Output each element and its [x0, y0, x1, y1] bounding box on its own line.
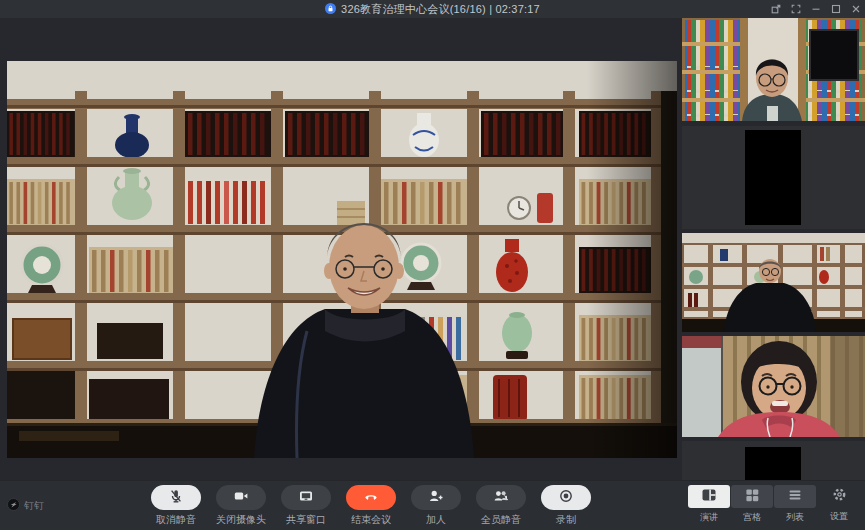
gear-icon — [832, 487, 847, 506]
unmute-button[interactable]: 取消静音 — [144, 485, 208, 527]
camera-off-black-screen — [745, 130, 801, 225]
speaker-view-icon — [701, 487, 717, 507]
grid-view-button[interactable]: 宫格 — [731, 485, 773, 524]
meeting-title: 326教育治理中心会议(16/16) | 02:37:17 — [341, 2, 540, 17]
add-person-icon — [428, 488, 444, 508]
add-person-label: 加人 — [426, 513, 446, 527]
camera-icon — [233, 488, 249, 508]
dingtalk-brand: 钉钉 — [7, 497, 44, 515]
main-speaker-video — [7, 61, 677, 458]
share-window-button[interactable]: 共享窗口 — [274, 485, 338, 527]
grid-view-icon — [744, 487, 760, 507]
titlebar: 326教育治理中心会议(16/16) | 02:37:17 — [0, 0, 865, 18]
share-window-icon — [298, 488, 314, 508]
hangup-icon — [363, 488, 379, 508]
speaker-view-label: 演讲 — [700, 511, 718, 524]
mute-all-icon — [493, 488, 509, 508]
list-view-button[interactable]: 列表 — [774, 485, 816, 524]
title-group: 326教育治理中心会议(16/16) | 02:37:17 — [325, 0, 540, 18]
bottom-toolbar: 钉钉 取消静音 — [0, 480, 865, 530]
fullscreen-icon[interactable] — [790, 4, 801, 15]
participants-sidebar — [682, 18, 865, 480]
list-view-label: 列表 — [786, 511, 804, 524]
camera-off-black-screen — [745, 447, 801, 480]
participant-video-tile-2[interactable] — [682, 126, 865, 229]
unmute-label: 取消静音 — [156, 513, 196, 527]
mute-all-label: 全员静音 — [481, 513, 521, 527]
participant-video-tile-1[interactable] — [682, 18, 865, 121]
share-window-label: 共享窗口 — [286, 513, 326, 527]
participant-video-tile-4[interactable] — [682, 336, 865, 437]
settings-button[interactable]: 设置 — [822, 487, 856, 523]
close-icon[interactable] — [850, 4, 861, 15]
minimize-icon[interactable] — [810, 4, 821, 15]
mic-muted-icon — [168, 488, 184, 508]
speaker-view-button[interactable]: 演讲 — [688, 485, 730, 524]
record-icon — [558, 488, 574, 508]
record-label: 录制 — [556, 513, 576, 527]
lock-icon — [325, 0, 336, 18]
participant-video-tile-5[interactable] — [682, 441, 865, 480]
maximize-icon[interactable] — [830, 4, 841, 15]
mute-all-button[interactable]: 全员静音 — [469, 485, 533, 527]
settings-label: 设置 — [830, 510, 848, 523]
grid-view-label: 宫格 — [743, 511, 761, 524]
meeting-window: 326教育治理中心会议(16/16) | 02:37:17 — [0, 0, 865, 530]
end-meeting-button[interactable]: 结束会议 — [339, 485, 403, 527]
participant-video-tile-3[interactable] — [682, 233, 865, 332]
popout-icon[interactable] — [770, 4, 781, 15]
brand-name: 钉钉 — [24, 499, 44, 513]
camera-off-button[interactable]: 关闭摄像头 — [209, 485, 273, 527]
record-button[interactable]: 录制 — [534, 485, 598, 527]
call-controls: 取消静音 关闭摄像头 — [144, 485, 599, 527]
dingtalk-logo — [7, 497, 20, 515]
view-mode-controls: 演讲 宫格 — [688, 485, 816, 524]
list-view-icon — [787, 487, 803, 507]
add-person-button[interactable]: 加人 — [404, 485, 468, 527]
end-meeting-label: 结束会议 — [351, 513, 391, 527]
window-controls — [770, 0, 861, 18]
camera-off-label: 关闭摄像头 — [216, 513, 266, 527]
